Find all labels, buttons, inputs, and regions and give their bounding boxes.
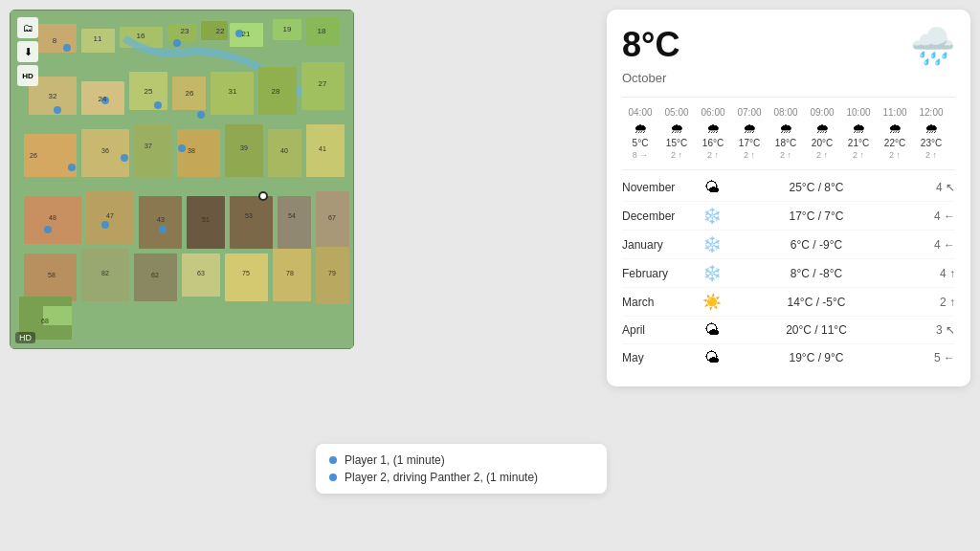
weather-month: October [622,71,955,85]
monthly-name: May [622,351,699,364]
svg-text:41: 41 [319,145,326,152]
svg-text:27: 27 [319,79,327,88]
svg-text:78: 78 [286,270,294,276]
hourly-time: 06:00 [697,107,729,118]
hourly-icon: 🌧 [915,121,947,136]
monthly-wind: 4 ↖ [907,181,955,194]
hourly-time: 10:00 [842,107,875,118]
hourly-wind: 2 ↑ [842,150,875,160]
svg-rect-27 [230,196,273,249]
hourly-wind: 4 ↓ [951,150,955,160]
hourly-wind: 8 → [624,150,657,160]
hourly-item: 08:00 🌧 18°C 2 ↑ [768,105,804,162]
svg-text:40: 40 [280,147,288,154]
svg-point-51 [159,226,167,233]
monthly-row: November 🌤 25°C / 8°C 4 ↖ [622,174,955,202]
monthly-row: May 🌤 19°C / 9°C 5 ← [622,344,955,371]
hourly-temp: 18°C [769,138,802,148]
monthly-temps: 14°C / -5°C [725,296,907,309]
svg-text:36: 36 [101,147,109,154]
map-layer-btn[interactable]: 🗂 [17,17,38,38]
svg-text:75: 75 [242,270,250,276]
hourly-icon: 🌧 [806,121,838,136]
svg-point-47 [121,154,128,162]
hourly-item: 09:00 🌧 20°C 2 ↑ [804,105,840,162]
hourly-item: 07:00 🌧 17°C 2 ↑ [731,105,768,162]
monthly-name: December [622,209,699,223]
hourly-temp: 21°C [842,138,875,148]
svg-text:43: 43 [157,216,165,223]
hourly-temp: 20°C [951,138,955,148]
svg-text:25: 25 [145,87,153,96]
svg-text:51: 51 [202,216,210,223]
monthly-wind: 3 ↖ [907,323,955,337]
svg-text:21: 21 [242,30,251,38]
hourly-time: 09:00 [806,107,838,118]
svg-point-40 [173,39,181,47]
weather-temperature: 8°C [622,25,679,65]
hourly-item: 13:00 🌧 20°C 4 ↓ [949,105,955,162]
monthly-name: April [622,323,699,337]
hourly-wind: 2 ↑ [733,150,766,160]
monthly-icon: 🌤 [699,179,725,196]
hourly-wind: 2 ↑ [660,150,693,160]
hourly-icon: 🌧 [733,121,766,136]
player-name: Player 1, (1 minute) [345,453,445,467]
monthly-row: April 🌤 20°C / 11°C 3 ↖ [622,317,955,344]
hourly-wind: 2 ↑ [915,150,947,160]
monthly-name: November [622,181,699,194]
map-container: 8 11 16 23 22 21 19 18 32 24 25 26 31 28… [10,10,354,349]
monthly-icon: 🌤 [699,349,725,366]
svg-point-48 [178,144,186,152]
svg-text:11: 11 [94,34,102,43]
svg-rect-28 [278,196,311,249]
map-hd-btn[interactable]: HD [17,65,38,86]
weather-header: 8°C 🌧️ [622,25,955,67]
hourly-icon: 🌧 [660,121,693,136]
svg-text:82: 82 [101,270,109,276]
svg-text:16: 16 [137,32,145,40]
monthly-name: January [622,238,699,252]
monthly-temps: 6°C / -9°C [725,238,907,252]
hourly-time: 13:00 [951,107,955,118]
svg-text:58: 58 [48,272,56,278]
svg-rect-34 [225,253,268,301]
player-dot [329,456,337,464]
player-name: Player 2, driving Panther 2, (1 minute) [345,471,538,484]
svg-rect-18 [134,124,172,177]
svg-text:26: 26 [186,89,194,98]
svg-point-49 [44,226,52,233]
svg-text:24: 24 [99,95,107,103]
svg-point-50 [101,221,109,229]
hourly-icon: 🌧 [624,121,657,136]
svg-text:31: 31 [229,87,237,96]
hourly-wind: 2 ↑ [697,150,729,160]
monthly-icon: 🌤 [699,321,725,339]
hourly-item: 12:00 🌧 23°C 2 ↑ [913,105,949,162]
hourly-icon: 🌧 [769,121,802,136]
svg-text:47: 47 [106,212,114,219]
hourly-time: 11:00 [879,107,911,118]
hourly-temp: 20°C [806,138,838,148]
svg-text:48: 48 [49,214,56,221]
svg-text:23: 23 [181,27,189,35]
svg-point-44 [154,101,162,109]
svg-point-46 [68,164,76,171]
monthly-section: November 🌤 25°C / 8°C 4 ↖ December ❄️ 17… [622,169,955,371]
svg-text:39: 39 [240,144,248,151]
player-dot [329,474,337,481]
hourly-icon: 🌧 [842,121,875,136]
svg-text:62: 62 [151,272,159,278]
hourly-icon: 🌧 [879,121,911,136]
monthly-temps: 20°C / 11°C [725,323,907,337]
svg-text:28: 28 [272,87,280,96]
svg-text:79: 79 [328,270,336,276]
map-download-btn[interactable]: ⬇ [17,41,38,62]
monthly-row: February ❄️ 8°C / -8°C 4 ↑ [622,259,955,288]
hourly-time: 05:00 [660,107,693,118]
hourly-item: 10:00 🌧 21°C 2 ↑ [840,105,877,162]
monthly-wind: 2 ↑ [907,296,955,309]
svg-rect-19 [177,129,220,177]
weather-main-icon: 🌧️ [910,25,955,67]
monthly-icon: ☀️ [699,293,725,311]
